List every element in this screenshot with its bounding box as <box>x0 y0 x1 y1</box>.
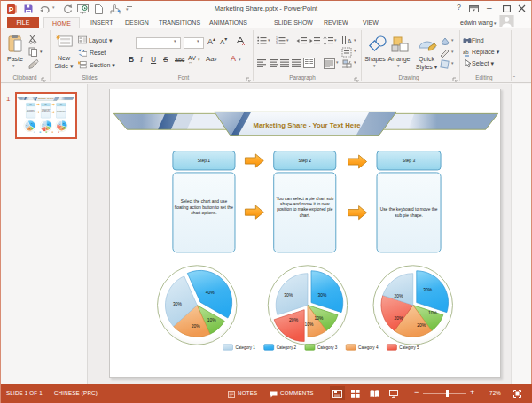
svg-text:40%: 40% <box>206 291 215 295</box>
svg-text:10%: 10% <box>305 322 315 327</box>
svg-text:Category 3: Category 3 <box>317 345 338 350</box>
svg-text:Category 1: Category 1 <box>235 345 255 350</box>
svg-text:shape and move it to new: shape and move it to new <box>280 202 330 206</box>
svg-text:You can select a pie chart sub: You can select a pie chart sub <box>276 197 333 201</box>
svg-text:20%: 20% <box>417 323 426 328</box>
svg-text:20%: 20% <box>192 324 201 329</box>
svg-text:Select the chart and use: Select the chart and use <box>181 199 228 204</box>
svg-text:10%: 10% <box>428 311 438 315</box>
svg-text:10%: 10% <box>314 316 324 321</box>
svg-text:Category 2: Category 2 <box>277 345 297 350</box>
svg-text:sub pie shape.: sub pie shape. <box>395 213 423 218</box>
svg-text:Step 1: Step 1 <box>198 159 211 163</box>
svg-text:chart.: chart. <box>300 213 310 218</box>
svg-text:30%: 30% <box>284 293 293 298</box>
svg-text:Use the keyboard to move the: Use the keyboard to move the <box>380 207 438 212</box>
svg-text:Marketing Share - Your Text He: Marketing Share - Your Text Here <box>253 121 361 129</box>
svg-text:3: 3 <box>276 42 278 45</box>
svg-text:Category 5: Category 5 <box>399 345 419 350</box>
svg-text:30%: 30% <box>317 293 327 298</box>
svg-text:30%: 30% <box>173 302 183 306</box>
svg-text:chart options.: chart options. <box>191 211 216 215</box>
svg-text:A: A <box>348 37 353 45</box>
svg-text:ab: ab <box>463 50 469 55</box>
svg-text:30%: 30% <box>423 288 433 292</box>
svg-text:10%: 10% <box>207 318 217 322</box>
svg-text:Category 4: Category 4 <box>358 345 379 350</box>
svg-text:floating action button to set: floating action button to set the <box>175 205 233 210</box>
svg-text:Step 3: Step 3 <box>403 159 416 163</box>
svg-text:20%: 20% <box>289 318 299 322</box>
svg-text:20%: 20% <box>394 294 403 298</box>
svg-text:Step 2: Step 2 <box>299 159 312 163</box>
svg-text:20%: 20% <box>394 316 403 321</box>
svg-text:position to make explored pie: position to make explored pie <box>277 207 333 212</box>
